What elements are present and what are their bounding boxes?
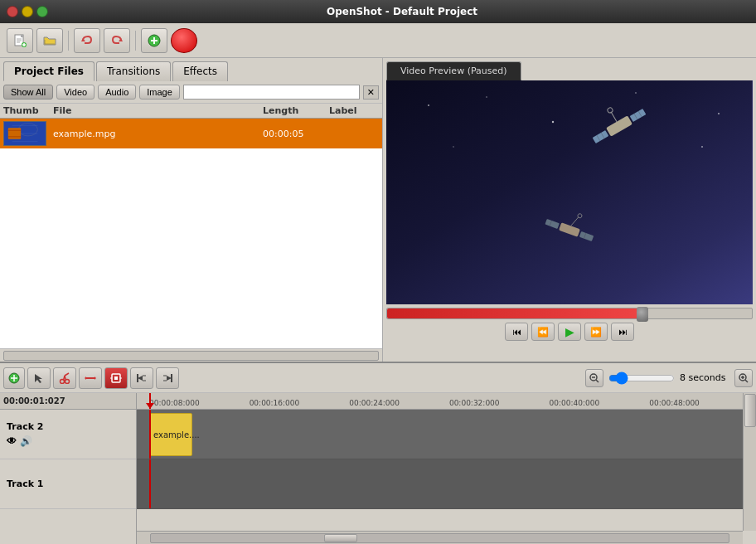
ruler-mark-5: 00:00:40:000 bbox=[550, 399, 600, 407]
tab-video-preview[interactable]: Video Preview (Paused) bbox=[386, 61, 521, 80]
import-button[interactable] bbox=[141, 28, 167, 53]
preview-tab-bar: Video Preview (Paused) bbox=[383, 58, 756, 80]
track-2-name: Track 2 bbox=[7, 421, 129, 432]
clip-example[interactable]: example.... bbox=[149, 413, 192, 456]
zoom-out-button[interactable] bbox=[585, 369, 603, 387]
ruler-mark-1: 00:00:08:000 bbox=[149, 399, 200, 407]
track-2-area[interactable]: example.... bbox=[137, 410, 756, 459]
filter-audio[interactable]: Audio bbox=[98, 85, 136, 100]
svg-rect-58 bbox=[114, 376, 118, 380]
tab-project-files[interactable]: Project Files bbox=[3, 61, 94, 81]
filter-bar: Show All Video Audio Image ✕ bbox=[0, 81, 382, 104]
open-button[interactable] bbox=[36, 28, 63, 53]
horizontal-scrollbar-timeline[interactable] bbox=[137, 531, 743, 544]
file-thumbnail bbox=[3, 121, 46, 146]
h-scrollbar-track[interactable] bbox=[150, 533, 729, 543]
import-icon bbox=[147, 33, 162, 48]
zoom-in-button[interactable] bbox=[734, 369, 753, 387]
add-track-button[interactable] bbox=[3, 367, 25, 389]
skip-to-start-button[interactable]: ⏮ bbox=[505, 323, 528, 341]
svg-point-24 bbox=[552, 121, 554, 123]
left-panel: Project Files Transitions Effects Show A… bbox=[0, 58, 383, 362]
file-row[interactable]: example.mpg 00:00:05 bbox=[0, 119, 382, 148]
video-thumbnail-icon bbox=[4, 121, 46, 146]
filter-show-all[interactable]: Show All bbox=[3, 85, 53, 100]
snap-icon bbox=[110, 372, 122, 384]
file-list: example.mpg 00:00:05 bbox=[0, 119, 382, 348]
play-button[interactable]: ▶ bbox=[558, 323, 581, 341]
ruler-playhead bbox=[149, 393, 151, 409]
track-2-audio-icon[interactable]: 🔊 bbox=[20, 435, 32, 447]
playback-controls: ⏮ ⏪ ▶ ⏩ ⏭ bbox=[383, 304, 756, 344]
maximize-button[interactable] bbox=[36, 6, 48, 17]
file-length: 00:00:05 bbox=[263, 129, 329, 139]
align-start-button[interactable] bbox=[130, 367, 153, 389]
titlebar: OpenShot - Default Project bbox=[0, 0, 756, 23]
vertical-scrollbar[interactable] bbox=[743, 393, 756, 531]
window-controls[interactable] bbox=[7, 6, 48, 17]
tab-effects[interactable]: Effects bbox=[172, 61, 228, 81]
header-file: File bbox=[53, 105, 263, 116]
right-panel: Video Preview (Paused) bbox=[383, 58, 756, 362]
svg-point-23 bbox=[486, 96, 487, 98]
vertical-scrollbar-thumb[interactable] bbox=[744, 394, 756, 427]
horizontal-scrollbar[interactable] bbox=[0, 348, 382, 362]
header-thumb: Thumb bbox=[3, 105, 53, 116]
progress-handle[interactable] bbox=[637, 307, 648, 322]
main-toolbar bbox=[0, 23, 756, 58]
svg-point-22 bbox=[428, 104, 429, 106]
svg-line-52 bbox=[65, 376, 66, 381]
step-back-button[interactable]: ⏪ bbox=[531, 323, 555, 341]
scroll-track[interactable] bbox=[3, 351, 379, 361]
new-icon bbox=[12, 33, 27, 48]
undo-button[interactable] bbox=[74, 28, 100, 53]
window-title: OpenShot - Default Project bbox=[55, 6, 749, 17]
file-list-header: Thumb File Length Label bbox=[0, 104, 382, 119]
timeline-area: 8 seconds 00:00:01:027 bbox=[0, 362, 756, 544]
move-tool-button[interactable] bbox=[79, 367, 102, 389]
align-end-icon bbox=[162, 372, 173, 384]
zoom-in-icon bbox=[739, 373, 749, 383]
ruler-playhead-arrow bbox=[146, 403, 154, 409]
track-1-playhead bbox=[149, 459, 151, 508]
transport-buttons: ⏮ ⏪ ▶ ⏩ ⏭ bbox=[386, 323, 753, 341]
step-forward-button[interactable]: ⏩ bbox=[584, 323, 608, 341]
time-display-area: 00:00:01:027 bbox=[0, 393, 136, 410]
search-input[interactable] bbox=[183, 85, 360, 100]
video-content bbox=[386, 80, 753, 304]
ruler-mark-6: 00:00:48:000 bbox=[649, 399, 700, 407]
zoom-slider[interactable] bbox=[608, 372, 675, 385]
svg-marker-55 bbox=[85, 376, 86, 380]
clear-search-button[interactable]: ✕ bbox=[363, 85, 379, 100]
track-2-eye-icon[interactable]: 👁 bbox=[7, 435, 17, 447]
filter-image[interactable]: Image bbox=[139, 85, 180, 100]
open-icon bbox=[42, 33, 57, 48]
snap-button[interactable] bbox=[104, 367, 128, 389]
close-button[interactable] bbox=[7, 6, 18, 17]
svg-rect-1 bbox=[21, 35, 23, 37]
zoom-level-label: 8 seconds bbox=[680, 372, 729, 383]
skip-to-end-button[interactable]: ⏭ bbox=[611, 323, 634, 341]
track-label-2: Track 2 👁 🔊 bbox=[0, 410, 136, 459]
undo-icon bbox=[80, 33, 94, 48]
progress-fill bbox=[387, 308, 642, 318]
svg-marker-48 bbox=[35, 374, 42, 383]
track-1-area[interactable] bbox=[137, 459, 756, 509]
app-window: Project Files Transitions Effects Show A… bbox=[0, 23, 756, 544]
record-button[interactable] bbox=[171, 28, 197, 53]
timeline-ruler: 00:00:08:000 00:00:16:000 00:00:24:000 0… bbox=[137, 393, 756, 410]
new-button[interactable] bbox=[7, 28, 33, 53]
h-scrollbar-thumb[interactable] bbox=[324, 534, 357, 542]
minimize-button[interactable] bbox=[22, 6, 33, 17]
align-end-button[interactable] bbox=[156, 367, 179, 389]
cut-tool-button[interactable] bbox=[53, 367, 76, 389]
ruler-mark-3: 00:00:24:000 bbox=[349, 399, 400, 407]
track-playhead bbox=[149, 410, 151, 459]
ruler-mark-2: 00:00:16:000 bbox=[250, 399, 300, 407]
progress-bar[interactable] bbox=[386, 308, 753, 319]
select-tool-button[interactable] bbox=[27, 367, 51, 389]
tab-transitions[interactable]: Transitions bbox=[96, 61, 171, 81]
clip-label: example.... bbox=[153, 430, 200, 440]
redo-button[interactable] bbox=[104, 28, 130, 53]
filter-video[interactable]: Video bbox=[56, 85, 94, 100]
